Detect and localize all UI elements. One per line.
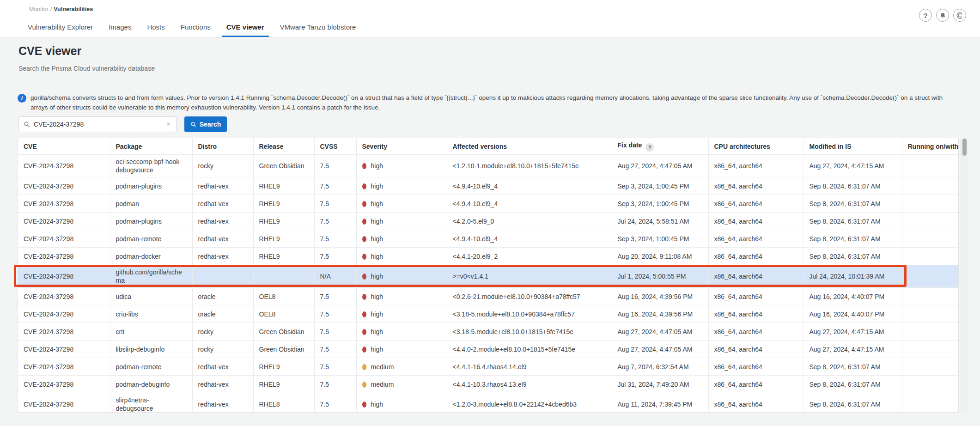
- cell-cpu-architectures: x86_64, aarch64: [708, 177, 803, 195]
- search-icon: [24, 121, 30, 128]
- severity-label: high: [371, 253, 383, 260]
- cell-distro: oracle: [192, 305, 253, 323]
- cell-cpu-architectures: x86_64, aarch64: [708, 323, 803, 341]
- cell-cpu-architectures: x86_64, aarch64: [708, 230, 803, 248]
- cell-cvss: N/A: [314, 265, 356, 288]
- severity-label: high: [371, 218, 383, 225]
- cell-distro: [192, 265, 253, 288]
- table-row[interactable]: CVE-2024-37298slirp4netns-debugsourcered…: [18, 393, 958, 413]
- table-row[interactable]: CVE-2024-37298podmanredhat-vexRHEL97.5hi…: [18, 195, 958, 213]
- severity-dot-high: [362, 402, 366, 408]
- cell-release: RHEL9: [253, 177, 314, 195]
- severity-label: high: [371, 310, 383, 318]
- cell-package: slirp4netns-debugsource: [110, 393, 192, 413]
- column-header-fix-date[interactable]: Fix date?: [612, 138, 708, 155]
- severity-dot-high: [362, 254, 366, 260]
- search-input-wrapper: ×: [18, 116, 177, 132]
- cell-modified-in-is: Sep 8, 2024, 6:31:07 AM: [803, 177, 902, 195]
- cell-running-on-with: [902, 376, 958, 393]
- cell-package: crit: [110, 323, 192, 341]
- scrollbar-thumb[interactable]: [962, 139, 967, 156]
- table-row[interactable]: CVE-2024-37298criu-libsoracleOEL87.5high…: [18, 305, 958, 323]
- cell-running-on-with: [902, 248, 958, 265]
- column-header-package[interactable]: Package: [110, 138, 192, 155]
- table-header-row: CVE Package Distro Release CVSS Severity…: [18, 138, 958, 155]
- column-header-release[interactable]: Release: [253, 138, 314, 155]
- cell-modified-in-is: Sep 8, 2024, 6:31:07 AM: [803, 358, 902, 376]
- severity-cell: high: [356, 341, 447, 358]
- cell-running-on-with: [902, 230, 958, 248]
- severity-dot-high: [362, 347, 366, 353]
- column-header-distro[interactable]: Distro: [192, 138, 253, 155]
- cell-package: podman-remote: [110, 358, 192, 376]
- column-header-severity[interactable]: Severity: [356, 138, 447, 155]
- table-row[interactable]: CVE-2024-37298podman-pluginsredhat-vexRH…: [18, 213, 958, 230]
- cell-modified-in-is: Sep 8, 2024, 6:31:07 AM: [803, 213, 902, 230]
- table-row[interactable]: CVE-2024-37298podman-debuginforedhat-vex…: [18, 376, 958, 393]
- table-row[interactable]: CVE-2024-37298github.com/gorilla/schemaN…: [18, 265, 958, 288]
- table-scrollbar[interactable]: [961, 138, 968, 412]
- tab-cve-viewer[interactable]: CVE viewer: [222, 20, 269, 37]
- cell-package: udica: [110, 288, 192, 305]
- table-row[interactable]: CVE-2024-37298podman-remoteredhat-vexRHE…: [18, 230, 958, 248]
- cell-affected-versions: <4.9.4-10.el9_4: [447, 230, 612, 248]
- clear-search-icon[interactable]: ×: [165, 121, 171, 128]
- cell-cpu-architectures: x86_64, aarch64: [708, 155, 803, 177]
- cell-release: OEL8: [253, 288, 314, 305]
- table-row[interactable]: CVE-2024-37298udicaoracleOEL87.5high<0.2…: [18, 288, 958, 305]
- help-icon[interactable]: ?: [919, 9, 932, 22]
- tab-vmware-tanzu-blobstore[interactable]: VMware Tanzu blobstore: [275, 20, 361, 37]
- severity-dot-high: [362, 311, 366, 317]
- column-header-cve[interactable]: CVE: [18, 138, 110, 155]
- tab-vulnerability-explorer[interactable]: Vulnerability Explorer: [23, 20, 97, 37]
- severity-label: medium: [371, 381, 394, 388]
- cell-cvss: 7.5: [314, 177, 356, 195]
- cell-cvss: 7.5: [314, 358, 356, 376]
- table-row[interactable]: CVE-2024-37298critrockyGreen Obsidian7.5…: [18, 323, 958, 341]
- cve-description-text: gorilla/schema converts structs to and f…: [30, 93, 960, 112]
- column-header-modified-in-is[interactable]: Modified in IS: [803, 138, 902, 155]
- column-header-running-on-with[interactable]: Running on/with: [902, 138, 958, 155]
- cell-cpu-architectures: x86_64, aarch64: [708, 393, 803, 413]
- table-row[interactable]: CVE-2024-37298podman-remoteredhat-vexRHE…: [18, 358, 958, 376]
- cell-cpu-architectures: x86_64, aarch64: [708, 248, 803, 265]
- cell-cvss: 7.5: [314, 393, 356, 413]
- breadcrumb-section[interactable]: Monitor: [29, 6, 49, 12]
- fix-date-help-icon[interactable]: ?: [645, 143, 654, 152]
- table-row[interactable]: CVE-2024-37298libslirp-debuginforockyGre…: [18, 341, 958, 358]
- cell-distro: rocky: [192, 341, 253, 358]
- notifications-bell-icon[interactable]: [936, 9, 949, 22]
- column-header-affected-versions[interactable]: Affected versions: [447, 138, 612, 155]
- tab-hosts[interactable]: Hosts: [142, 20, 169, 37]
- cell-distro: redhat-vex: [192, 358, 253, 376]
- cell-cpu-architectures: x86_64, aarch64: [708, 376, 803, 393]
- cell-running-on-with: [902, 305, 958, 323]
- cell-running-on-with: [902, 155, 958, 177]
- severity-cell: high: [356, 393, 447, 413]
- column-header-cvss[interactable]: CVSS: [314, 138, 356, 155]
- table-row[interactable]: CVE-2024-37298podman-pluginsredhat-vexRH…: [18, 177, 958, 195]
- cell-affected-versions: <4.4.1-10.3.rhaos4.13.el9: [447, 376, 612, 393]
- severity-dot-high: [362, 163, 366, 169]
- column-header-cpu-architectures[interactable]: CPU architectures: [708, 138, 803, 155]
- cell-modified-in-is: Sep 8, 2024, 6:31:07 AM: [803, 195, 902, 213]
- search-button[interactable]: Search: [184, 116, 227, 132]
- cve-search-input[interactable]: [34, 121, 165, 128]
- cell-cvss: 7.5: [314, 323, 356, 341]
- cell-running-on-with: [902, 393, 958, 413]
- top-navigation-bar: Monitor/Vulnerabilities ? Vulnerability …: [0, 0, 980, 37]
- tab-functions[interactable]: Functions: [176, 20, 215, 37]
- severity-cell: medium: [356, 358, 447, 376]
- cell-cpu-architectures: x86_64, aarch64: [708, 288, 803, 305]
- prisma-cloud-brand-icon[interactable]: [953, 9, 966, 22]
- severity-cell: medium: [356, 376, 447, 393]
- table-row[interactable]: CVE-2024-37298oci-seccomp-bpf-hook-debug…: [18, 155, 958, 177]
- cell-fix-date: Aug 20, 2024, 9:11:08 AM: [612, 248, 708, 265]
- cell-fix-date: Aug 16, 2024, 4:39:56 PM: [612, 305, 708, 323]
- tab-images[interactable]: Images: [104, 20, 136, 37]
- table-row[interactable]: CVE-2024-37298podman-dockerredhat-vexRHE…: [18, 248, 958, 265]
- cell-package: podman-remote: [110, 230, 192, 248]
- cell-fix-date: Sep 3, 2024, 1:00:45 PM: [612, 177, 708, 195]
- cell-release: [253, 265, 314, 288]
- severity-cell: high: [356, 248, 447, 265]
